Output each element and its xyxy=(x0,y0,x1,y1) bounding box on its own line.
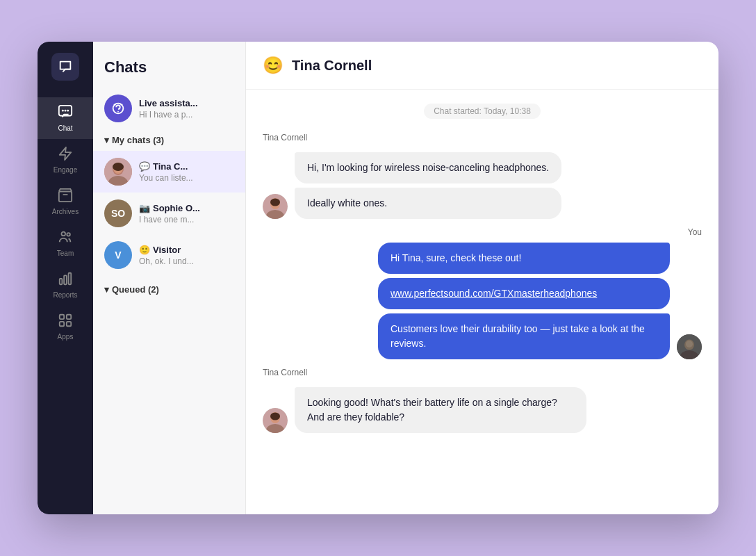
svg-point-1 xyxy=(62,110,64,112)
queued-section[interactable]: ▾ Queued (2) xyxy=(93,279,245,300)
contact-name: Tina Cornell xyxy=(292,58,372,74)
svg-rect-12 xyxy=(60,322,64,326)
chat-main: 😊 Tina Cornell Chat started: Today, 10:3… xyxy=(246,42,718,514)
archives-icon xyxy=(58,188,73,205)
list-item-sophie[interactable]: SO 📷 Sophie O... I have one m... xyxy=(93,193,245,234)
tina-msg-avatar xyxy=(263,194,288,219)
tina-avatar xyxy=(104,158,132,186)
agent-bubble-stack: Hi Tina, sure, check these out! www.perf… xyxy=(378,243,670,359)
list-item-tina[interactable]: 💬 Tina C... You can liste... xyxy=(93,151,245,193)
visitor-chat-icon: 🙂 xyxy=(139,245,150,255)
messages-area: Chat started: Today, 10:38 Tina Cornell … xyxy=(246,90,718,514)
sophie-avatar: SO xyxy=(104,199,132,227)
archives-nav-label: Archives xyxy=(52,208,79,215)
svg-rect-4 xyxy=(59,192,72,202)
svg-rect-8 xyxy=(64,275,67,284)
svg-rect-13 xyxy=(67,322,71,326)
visitor-info: 🙂 Visitor Oh, ok. I und... xyxy=(139,245,234,266)
live-assist-avatar xyxy=(104,95,132,122)
tina-bubble-1: Hi, I'm looking for wireless noise-cance… xyxy=(295,152,561,183)
svg-point-5 xyxy=(62,232,66,236)
chats-panel: Chats Live assista... Hi I have a p... ▾… xyxy=(93,42,246,514)
chat-icon xyxy=(58,104,73,122)
reports-nav-label: Reports xyxy=(53,291,77,299)
tina-bubble-3: Looking good! What's their battery life … xyxy=(295,387,586,433)
apps-icon xyxy=(58,313,73,330)
sidebar-item-team[interactable]: Team xyxy=(38,222,93,264)
tina-msg-avatar-2 xyxy=(263,408,288,433)
agent-bubble-2: www.perfectsound.com/GTXmasterheadphones xyxy=(378,278,670,309)
live-assist-name: Live assista... xyxy=(139,98,234,108)
svg-point-2 xyxy=(65,110,67,112)
agent-bubble-1: Hi Tina, sure, check these out! xyxy=(378,243,670,274)
tina-bubble-stack-1: Hi, I'm looking for wireless noise-cance… xyxy=(295,152,561,219)
chat-header: 😊 Tina Cornell xyxy=(246,42,718,90)
visitor-preview: Oh, ok. I und... xyxy=(139,256,234,266)
visitor-avatar: V xyxy=(104,241,132,269)
list-item-live-assist[interactable]: Live assista... Hi I have a p... xyxy=(93,88,245,129)
sophie-preview: I have one m... xyxy=(139,215,234,224)
chats-title: Chats xyxy=(93,42,245,88)
tina-message-row-2: Looking good! What's their battery life … xyxy=(263,387,702,433)
sidebar-item-apps[interactable]: Apps xyxy=(38,306,93,348)
agent-bubble-3: Customers love their durability too — ju… xyxy=(378,313,670,359)
svg-point-23 xyxy=(270,199,280,206)
tina-info: 💬 Tina C... You can liste... xyxy=(139,161,234,183)
svg-point-20 xyxy=(113,163,124,171)
contact-emoji: 😊 xyxy=(263,56,284,75)
chat-started-label: Chat started: Today, 10:38 xyxy=(424,104,541,119)
sidebar: Chat Engage Archives xyxy=(38,42,93,514)
my-chats-chevron: ▾ xyxy=(104,135,109,145)
my-chats-section[interactable]: ▾ My chats (3) xyxy=(93,129,245,151)
agent-message-row: Hi Tina, sure, check these out! www.perf… xyxy=(378,243,702,359)
agent-message-group: You Hi Tina, sure, check these out! xyxy=(378,227,702,359)
tina-bubble-stack-2: Looking good! What's their battery life … xyxy=(295,387,586,433)
tina-sender-label-1: Tina Cornell xyxy=(263,133,702,142)
svg-rect-7 xyxy=(60,279,63,284)
instagram-icon: 📷 xyxy=(139,203,150,213)
apps-nav-label: Apps xyxy=(58,333,74,341)
chat-nav-label: Chat xyxy=(58,124,72,132)
engage-icon xyxy=(58,146,73,163)
svg-rect-11 xyxy=(67,315,71,319)
live-assist-info: Live assista... Hi I have a p... xyxy=(139,98,234,120)
svg-point-3 xyxy=(67,110,69,112)
sidebar-item-chat[interactable]: Chat xyxy=(38,97,93,139)
team-icon xyxy=(58,229,73,247)
svg-rect-10 xyxy=(60,315,64,319)
list-item-visitor[interactable]: V 🙂 Visitor Oh, ok. I und... xyxy=(93,234,245,276)
reports-icon xyxy=(58,271,73,288)
svg-point-31 xyxy=(270,413,280,420)
svg-point-15 xyxy=(117,111,119,113)
visitor-name: 🙂 Visitor xyxy=(139,245,234,255)
svg-point-6 xyxy=(67,233,70,236)
agent-avatar xyxy=(677,334,702,359)
app-container: Chat Engage Archives xyxy=(38,42,718,514)
sophie-name: 📷 Sophie O... xyxy=(139,203,234,213)
queued-chevron: ▾ xyxy=(104,284,109,295)
sidebar-item-archives[interactable]: Archives xyxy=(38,181,93,222)
tina-name: 💬 Tina C... xyxy=(139,161,234,172)
sidebar-item-reports[interactable]: Reports xyxy=(38,264,93,306)
sidebar-item-engage[interactable]: Engage xyxy=(38,139,93,181)
messenger-icon: 💬 xyxy=(139,161,150,172)
my-chats-label: My chats (3) xyxy=(112,135,164,145)
queued-label: Queued (2) xyxy=(112,284,159,295)
team-nav-label: Team xyxy=(57,250,74,257)
tina-message-row-1: Hi, I'm looking for wireless noise-cance… xyxy=(263,152,702,219)
sidebar-logo xyxy=(51,53,79,81)
sophie-info: 📷 Sophie O... I have one m... xyxy=(139,203,234,224)
you-label: You xyxy=(688,227,702,237)
tina-preview: You can liste... xyxy=(139,173,234,183)
tina-sender-label-2: Tina Cornell xyxy=(263,368,702,377)
product-link[interactable]: www.perfectsound.com/GTXmasterheadphones xyxy=(391,288,597,299)
svg-rect-9 xyxy=(69,273,72,285)
svg-point-28 xyxy=(686,341,693,348)
live-assist-preview: Hi I have a p... xyxy=(139,110,234,120)
tina-bubble-2: Ideally white ones. xyxy=(295,188,561,219)
engage-nav-label: Engage xyxy=(54,166,77,174)
